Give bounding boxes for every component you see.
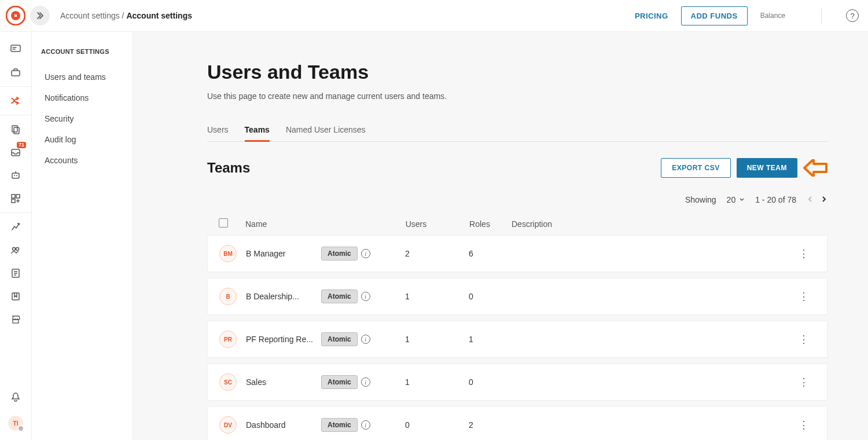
sidebar-item-accounts[interactable]: Accounts: [41, 150, 133, 171]
help-icon[interactable]: ?: [846, 9, 859, 22]
sidebar-item-notifications[interactable]: Notifications: [41, 87, 133, 108]
tab-users[interactable]: Users: [207, 119, 229, 141]
table-row[interactable]: BM B Manager Atomic i 2 6 ⋮: [207, 235, 827, 272]
rail-icon-copy[interactable]: [4, 118, 27, 141]
rail-icon-store[interactable]: [4, 308, 27, 331]
info-icon[interactable]: i: [361, 292, 370, 301]
team-name: Sales: [246, 377, 321, 387]
svg-rect-6: [14, 127, 19, 134]
team-avatar: SC: [219, 373, 237, 391]
table-row[interactable]: DV Dashboard Atomic i 0 2 ⋮: [207, 406, 827, 440]
sidebar-title: ACCOUNT SETTINGS: [41, 48, 133, 55]
rail-badge-count: 71: [17, 142, 26, 148]
team-roles-count: 0: [439, 292, 503, 301]
row-menu-button[interactable]: ⋮: [792, 376, 815, 388]
row-menu-button[interactable]: ⋮: [792, 247, 815, 260]
team-badge-wrap: Atomic i: [321, 289, 376, 303]
team-badge-wrap: Atomic i: [321, 247, 376, 261]
breadcrumb-current: Account settings: [126, 11, 192, 20]
sidebar-item-security[interactable]: Security: [41, 108, 133, 129]
rail-icon-analytics[interactable]: [4, 215, 27, 239]
row-menu-button[interactable]: ⋮: [792, 333, 815, 346]
table-header: Name Users Roles Description: [207, 212, 827, 235]
team-name: Dashboard: [246, 420, 321, 430]
callout-arrow-icon: [803, 159, 827, 177]
main-content: Users and Teams Use this page to create …: [133, 32, 868, 440]
pagination: Showing 20 1 - 20 of 78: [207, 195, 827, 204]
page-size-select[interactable]: 20: [727, 195, 745, 204]
table-row[interactable]: B B Dealership... Atomic i 1 0 ⋮: [207, 278, 827, 315]
sidebar-item-audit-log[interactable]: Audit log: [41, 129, 133, 150]
tabs: Users Teams Named User Licenses: [207, 119, 827, 142]
breadcrumb-parent[interactable]: Account settings: [60, 11, 120, 20]
col-users: Users: [384, 219, 448, 229]
atomic-badge: Atomic: [321, 375, 358, 389]
team-roles-count: 0: [439, 377, 503, 387]
svg-point-15: [16, 248, 19, 251]
app-logo[interactable]: [6, 6, 25, 25]
team-badge-wrap: Atomic i: [321, 332, 376, 346]
team-avatar: PR: [219, 331, 237, 348]
team-users-count: 1: [376, 377, 439, 387]
rail-icon-bot[interactable]: [4, 164, 27, 187]
divider: [821, 8, 822, 23]
team-name: B Dealership...: [246, 292, 321, 301]
info-icon[interactable]: i: [361, 377, 370, 387]
rail-icon-bell[interactable]: [4, 386, 27, 409]
expand-sidebar-button[interactable]: [30, 6, 50, 25]
add-funds-button[interactable]: ADD FUNDS: [681, 6, 748, 25]
svg-rect-18: [13, 320, 19, 323]
svg-rect-12: [16, 195, 20, 198]
rail-icon-shuffle[interactable]: [4, 89, 27, 112]
svg-rect-11: [12, 195, 15, 198]
pricing-link[interactable]: PRICING: [635, 12, 668, 20]
table-body: BM B Manager Atomic i 2 6 ⋮ B B Dealersh…: [207, 235, 827, 440]
new-team-button[interactable]: NEW TEAM: [737, 158, 797, 178]
info-icon[interactable]: i: [361, 420, 370, 430]
rail-icon-doc[interactable]: [4, 262, 27, 285]
team-users-count: 1: [376, 335, 439, 344]
team-badge-wrap: Atomic i: [321, 375, 376, 389]
rail-icon-briefcase[interactable]: [4, 61, 27, 84]
rail-icon-bookmark[interactable]: [4, 285, 27, 308]
team-name: PF Reporting Re...: [246, 335, 321, 344]
top-header: Account settings / Account settings PRIC…: [0, 0, 868, 32]
settings-sidebar: ACCOUNT SETTINGS Users and teams Notific…: [32, 32, 133, 440]
rail-icon-grid[interactable]: [4, 187, 27, 210]
row-menu-button[interactable]: ⋮: [792, 290, 815, 303]
atomic-badge: Atomic: [321, 418, 358, 432]
breadcrumb: Account settings / Account settings: [60, 11, 192, 20]
info-icon[interactable]: i: [361, 335, 370, 344]
page-subtitle: Use this page to create new and manage c…: [207, 91, 827, 101]
rail-icon-inbox[interactable]: 71: [4, 141, 27, 164]
svg-rect-8: [12, 173, 19, 178]
user-avatar[interactable]: TI: [8, 416, 23, 431]
section-header: Teams EXPORT CSV NEW TEAM: [207, 158, 827, 178]
tab-named-licenses[interactable]: Named User Licenses: [286, 119, 366, 141]
icon-rail: 71 TI: [0, 32, 32, 440]
team-users-count: 1: [376, 292, 439, 301]
pager-range: 1 - 20 of 78: [755, 195, 796, 204]
table-row[interactable]: SC Sales Atomic i 1 0 ⋮: [207, 364, 827, 401]
info-icon[interactable]: i: [361, 249, 370, 258]
pager-prev-button[interactable]: [807, 195, 814, 204]
select-all-checkbox[interactable]: [219, 218, 228, 228]
tab-teams[interactable]: Teams: [245, 119, 270, 142]
page-title: Users and Teams: [207, 61, 827, 83]
svg-point-14: [13, 248, 16, 251]
team-roles-count: 1: [439, 335, 503, 344]
header-right: PRICING ADD FUNDS Balance ?: [635, 6, 859, 25]
team-users-count: 0: [376, 420, 439, 430]
export-csv-button[interactable]: EXPORT CSV: [661, 158, 730, 178]
atomic-badge: Atomic: [321, 289, 358, 303]
rail-icon-chat[interactable]: [4, 38, 27, 61]
row-menu-button[interactable]: ⋮: [792, 419, 815, 431]
team-name: B Manager: [246, 249, 321, 258]
sidebar-item-users-teams[interactable]: Users and teams: [41, 67, 133, 87]
table-row[interactable]: PR PF Reporting Re... Atomic i 1 1 ⋮: [207, 321, 827, 358]
rail-icon-users[interactable]: [4, 239, 27, 262]
col-name: Name: [245, 219, 384, 229]
pager-next-button[interactable]: [821, 195, 827, 204]
team-users-count: 2: [376, 249, 439, 258]
svg-point-9: [14, 175, 15, 176]
